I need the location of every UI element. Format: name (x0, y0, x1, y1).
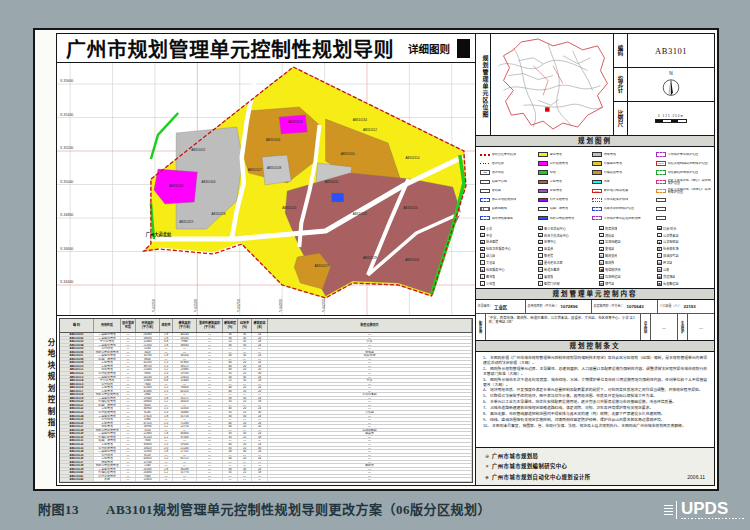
facility-label: 社区服务中心 (486, 267, 505, 272)
facility-label: 电信模块局 (605, 267, 620, 272)
legend-item: 文物保护单位建设控制地带 (592, 214, 655, 223)
legend-swatch (538, 180, 548, 185)
facility-label: 肉菜市场 (605, 226, 617, 231)
provisions-body: 1、 本图则依据《广州市城市规划管理单元控制性规划导则编制技术规定》及白云区分区… (476, 352, 714, 448)
svg-text:Y-64250: Y-64250 (322, 299, 326, 312)
facility-legend-item: ☎ 电信模块局 (599, 266, 656, 273)
facility-label: 公厕 (663, 267, 669, 272)
provision-line: 6、 本单元以工业为主导属性，应优先安排配套设施用地，逐步完善公共服务设施与市政… (483, 400, 707, 405)
organization-name: 广州市城市规划编制研究中心 (492, 462, 567, 470)
svg-text:广州大道北站: 广州大道北站 (146, 231, 172, 238)
table-header-cell: 用地面积 (平方米) (136, 319, 160, 332)
legend-item: 建筑退缩线 (480, 205, 537, 214)
svg-text:AB310101: AB310101 (191, 148, 205, 152)
svg-text:AB310106: AB310106 (266, 138, 280, 142)
organization-row: ◈ 广州市城市规划自动化中心规划设计所 2006.11 (485, 473, 705, 481)
legend-item-label: 地块边界 (492, 162, 504, 165)
svg-text:Y-63750: Y-63750 (237, 299, 241, 312)
control-field-label: 总用地面积（平方米）： (528, 305, 560, 308)
facility-legend-item: ✚ 社区卫生服务中心 (480, 245, 537, 252)
facility-label: 居委会 (544, 246, 553, 251)
legend-item: 文物保护单位保护范围 (656, 150, 711, 159)
table-header-cell: 建筑面积 (平方米) (173, 319, 197, 332)
facility-icon: ◈ (480, 267, 485, 272)
legend-swatch (480, 180, 490, 185)
meta-column: 编码 AB3101 指北针 N (614, 34, 714, 135)
facility-legend-item: ⊕ 小学 (480, 225, 537, 232)
provision-line: 7、 沿城市道路新建建筑应按规定退缩道路红线，满足消防、日照、卫生及环境保护等有… (483, 406, 707, 411)
legend-item: 仓储用地 (538, 186, 591, 195)
svg-text:AB310104: AB310104 (201, 180, 215, 184)
control-field: 主导属性： 工业区 (476, 300, 526, 313)
svg-text:X-35400: X-35400 (60, 113, 73, 117)
facility-label: 青少年活动中心 (544, 226, 566, 231)
legend-swatch (480, 198, 490, 203)
legend-item: 市政公用设施用地 (538, 214, 591, 223)
control-detail-row: 配套设施 “中学、肉菜市场、邮政所、街道办事处、公交首末站、居委会、文化站、社区… (476, 314, 714, 341)
svg-text:Y-63500: Y-63500 (194, 299, 198, 312)
facility-icon: P (657, 247, 662, 252)
svg-text:Y-64000: Y-64000 (279, 299, 283, 312)
provision-line: 1、 本图则依据《广州市城市规划管理单元控制性规划导则编制技术规定》及白云区分区… (483, 356, 707, 366)
legend-swatch (480, 154, 490, 156)
legend-swatch (656, 207, 666, 212)
facility-label: 公交枢纽站 (663, 239, 678, 244)
compass-row: 指北针 N (614, 68, 714, 102)
figure-caption: 附图13 AB3101规划管理单元控制性规划导则更改方案（06版分区规划） (38, 499, 491, 518)
upds-logo: UPDS (664, 494, 746, 526)
svg-text:X-35200: X-35200 (60, 147, 73, 151)
facility-icon: ▢ (538, 267, 543, 272)
legend-item-label: 历史文化保护区（核心）及控制保护范围 (668, 179, 712, 186)
control-field-value: 工业区 (494, 304, 507, 310)
legend-swatch: HHH (656, 161, 666, 166)
legend-item: 绿化廊道控制保护范围 (656, 168, 711, 177)
facility-legend-item: ✚ 综合医院 (480, 239, 537, 246)
facility-label: 社会停车场 (663, 246, 678, 251)
scale-row: 比例尺 0 125 250m (614, 102, 714, 135)
legend-item-label: 仓储用地 (550, 189, 562, 192)
facility-icon: ■ (599, 240, 604, 245)
legend-item: 文物古迹保护界线 (592, 195, 655, 204)
legend-item-label: 对外交通用地 (550, 198, 569, 201)
legend-item: 独立占地设施界线 (480, 195, 537, 204)
svg-text:AB310134: AB310134 (353, 118, 367, 122)
legend-swatch (538, 216, 548, 221)
legend-swatch (480, 207, 490, 212)
legend-swatch (538, 170, 548, 175)
legend-item: 道路广场用地 (538, 205, 591, 214)
facility-icon: ▣ (657, 226, 662, 231)
organization-seal-icon: ⊕ (485, 453, 492, 459)
plot-indicator-table-panel: 编 码用地性质混合兼容性质用地面积 (平方米)容积率建筑面积 (平方米)兼容性建… (57, 316, 475, 485)
facility-label: 垃圾压缩站 (605, 239, 620, 244)
legend-swatch (656, 170, 666, 175)
facility-legend-item: ◇ 加油加气站 (657, 252, 711, 259)
legend-item: R2 地块性质 (480, 168, 537, 177)
legend-item-label: 独立占地设施界线 (492, 198, 517, 201)
legend-item-label: 村镇建设用地 (604, 171, 623, 174)
zoning-map-panel: X-35600X-35400X-35200X-35000X-34800X-346… (57, 63, 475, 316)
facility-label: 垃圾转运站 (605, 274, 620, 279)
organization-seal-icon: ◈ (485, 474, 492, 480)
unit-code: AB3101 (655, 46, 687, 56)
facility-legend-item: ⊗ 肉菜市场 (599, 225, 656, 232)
legend-item: 道路中心线 (480, 177, 537, 186)
development-control-value: — (651, 314, 678, 340)
facility-legend-item: ◍ 星光老年之家 (538, 259, 598, 266)
facility-legend-item: ▩ 长途客运站 (657, 280, 711, 287)
legend-item: 河涌水系控制保护范围 (592, 205, 655, 214)
facility-icon: ◇ (657, 253, 662, 258)
svg-text:AB310118: AB310118 (212, 212, 226, 216)
title-bar: 广州市规划管理单元控制性规划导则 详细图则 (57, 34, 475, 63)
facility-legend-item: ◉ 青少年活动中心 (538, 225, 598, 232)
organization-seal-icon: ✶ (485, 463, 492, 469)
facility-icon: △ (480, 253, 485, 258)
svg-text:AB310129: AB310129 (363, 256, 377, 260)
facility-legend-item: ▥ 公厕 (657, 266, 711, 273)
facility-legend-item: P 社会停车场 (657, 245, 711, 252)
legend-swatch (592, 161, 602, 166)
legend-swatch (480, 216, 490, 221)
legend-swatch (592, 152, 602, 157)
legend-item: 绿地 (538, 168, 591, 177)
legend-item-label: 规划路 (492, 189, 501, 192)
legend-swatch (656, 180, 666, 185)
